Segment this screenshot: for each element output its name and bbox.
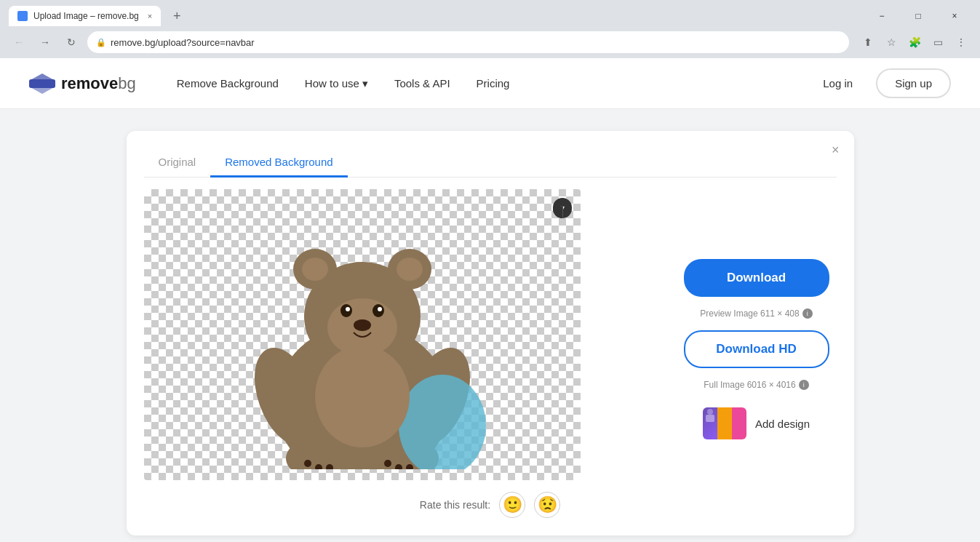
chevron-down-icon: ▾: [362, 77, 368, 90]
teddy-bear-image: [217, 200, 508, 469]
minimize-button[interactable]: −: [865, 6, 899, 26]
url-bar-text[interactable]: remove.bg/upload?source=navbar: [111, 37, 840, 48]
svg-point-12: [346, 307, 350, 311]
nav-tools-api[interactable]: Tools & API: [383, 71, 462, 95]
image-preview: ✏ ✏ Edit Edit ▾: [144, 189, 581, 480]
bookmark-icon[interactable]: ☆: [881, 32, 901, 52]
download-button[interactable]: Download: [684, 259, 829, 297]
download-hd-button[interactable]: Download HD: [684, 330, 829, 368]
logo-text: removebg: [61, 74, 136, 93]
logo[interactable]: removebg: [29, 73, 136, 94]
tab-close-button[interactable]: ×: [148, 12, 152, 20]
tab-favicon: [17, 11, 28, 21]
svg-point-28: [707, 409, 713, 415]
svg-point-19: [304, 460, 311, 467]
tab-removed-background[interactable]: Removed Background: [210, 148, 347, 178]
signup-button[interactable]: Sign up: [876, 68, 951, 98]
right-panel: Download Preview Image 611 × 408 i Downl…: [677, 189, 837, 480]
new-tab-button[interactable]: +: [167, 6, 187, 26]
close-button[interactable]: ×: [938, 6, 971, 26]
browser-tab[interactable]: Upload Image – remove.bg ×: [9, 6, 161, 26]
svg-rect-27: [706, 415, 714, 422]
rating-label: Rate this result:: [420, 499, 490, 511]
preview-info-icon[interactable]: i: [802, 308, 813, 319]
image-container: ✏ ✏ Edit Edit ▾: [144, 189, 655, 480]
edit-button[interactable]: ✏ ✏ Edit Edit: [553, 207, 563, 218]
svg-point-22: [384, 460, 391, 467]
full-image-info: Full Image 6016 × 4016 i: [704, 380, 808, 390]
add-design-button[interactable]: Add design: [703, 407, 810, 439]
nav-pricing[interactable]: Pricing: [465, 71, 522, 95]
tab-title: Upload Image – remove.bg: [33, 11, 139, 21]
back-button[interactable]: ←: [9, 32, 29, 52]
svg-point-13: [378, 307, 382, 311]
sidebar-icon[interactable]: ▭: [928, 32, 948, 52]
main-content: × Original Removed Background: [0, 109, 980, 542]
login-button[interactable]: Log in: [808, 71, 867, 95]
menu-icon[interactable]: ⋮: [951, 32, 971, 52]
close-card-button[interactable]: ×: [832, 143, 840, 158]
result-card: × Original Removed Background: [127, 131, 854, 535]
preview-image-info: Preview Image 611 × 408 i: [700, 308, 812, 319]
svg-point-6: [302, 258, 328, 281]
rating-area: Rate this result: 🙂 😟: [144, 492, 837, 518]
nav-actions: Log in Sign up: [808, 68, 951, 98]
image-tabs: Original Removed Background: [144, 148, 837, 178]
logo-icon: [29, 73, 55, 94]
svg-point-26: [315, 346, 410, 447]
refresh-button[interactable]: ↻: [61, 32, 81, 52]
tab-original[interactable]: Original: [144, 148, 211, 178]
sad-rating-button[interactable]: 😟: [534, 492, 560, 518]
nav-remove-background[interactable]: Remove Background: [165, 71, 290, 95]
nav-links: Remove Background How to use ▾ Tools & A…: [165, 71, 808, 96]
add-design-label: Add design: [755, 418, 810, 430]
design-thumbnail: [703, 407, 746, 439]
forward-button[interactable]: →: [35, 32, 55, 52]
nav-how-to-use[interactable]: How to use ▾: [293, 71, 380, 96]
design-strip-pink: [732, 407, 746, 439]
lock-icon: 🔒: [96, 38, 106, 47]
content-area: ✏ ✏ Edit Edit ▾ Download Previ: [144, 189, 837, 480]
full-image-info-icon[interactable]: i: [799, 380, 809, 390]
design-strip-purple: [703, 407, 717, 439]
svg-point-14: [354, 319, 371, 331]
maximize-button[interactable]: □: [901, 6, 935, 26]
extensions-icon[interactable]: 🧩: [904, 32, 925, 52]
svg-point-8: [397, 258, 423, 281]
share-icon[interactable]: ⬆: [858, 32, 878, 52]
design-strip-yellow: [717, 407, 732, 439]
happy-rating-button[interactable]: 🙂: [499, 492, 525, 518]
navbar: removebg Remove Background How to use ▾ …: [0, 58, 980, 109]
